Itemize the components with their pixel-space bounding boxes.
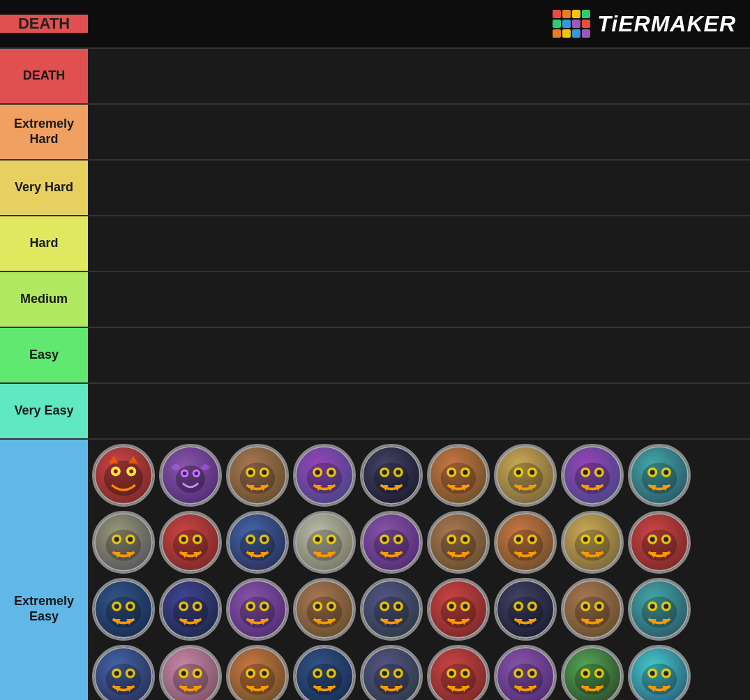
- monster-icon[interactable]: [92, 578, 155, 641]
- monster-icon[interactable]: [159, 645, 222, 700]
- svg-point-163: [449, 671, 454, 676]
- monster-icon[interactable]: [360, 511, 423, 574]
- header-logo: TiERMAKER: [88, 10, 750, 38]
- svg-point-150: [307, 664, 342, 695]
- monster-icon[interactable]: [494, 511, 557, 574]
- monster-icon[interactable]: [92, 444, 155, 507]
- svg-point-66: [380, 535, 389, 544]
- svg-point-118: [449, 604, 454, 609]
- svg-point-81: [580, 535, 590, 544]
- monster-icon[interactable]: [159, 444, 222, 507]
- svg-point-147: [260, 669, 269, 678]
- monster-icon[interactable]: [561, 444, 624, 507]
- svg-point-178: [650, 671, 655, 676]
- svg-point-54: [195, 537, 200, 542]
- monster-icon[interactable]: [226, 578, 289, 641]
- monster-icon[interactable]: [628, 578, 691, 641]
- svg-point-98: [181, 604, 186, 609]
- monster-icon[interactable]: [360, 645, 423, 700]
- tier-row-extremely-hard: Extremely Hard: [0, 105, 750, 161]
- monster-icon[interactable]: [561, 645, 624, 700]
- svg-point-2: [126, 466, 136, 476]
- monster-icon[interactable]: [293, 578, 356, 641]
- tier-label-very-easy: Very Easy: [0, 384, 88, 438]
- monster-icon[interactable]: [427, 578, 490, 641]
- tier-label-medium: Medium: [0, 272, 88, 327]
- monster-icon[interactable]: [360, 578, 423, 641]
- monster-icon[interactable]: [293, 645, 356, 700]
- svg-point-25: [441, 463, 476, 494]
- svg-point-126: [580, 602, 590, 611]
- svg-point-37: [594, 468, 604, 477]
- monster-icon[interactable]: [427, 645, 490, 700]
- monster-icon[interactable]: [628, 511, 691, 574]
- svg-point-64: [329, 537, 333, 542]
- tier-label-death: DEATH: [0, 49, 88, 103]
- svg-point-14: [262, 470, 267, 475]
- svg-point-3: [114, 470, 118, 474]
- tier-content-death: [88, 49, 750, 103]
- monster-icon[interactable]: [628, 444, 691, 507]
- svg-point-15: [307, 463, 342, 494]
- monster-icon[interactable]: [494, 645, 557, 700]
- svg-point-12: [260, 468, 269, 477]
- svg-point-154: [329, 671, 333, 676]
- svg-point-103: [248, 604, 253, 609]
- svg-point-26: [447, 468, 456, 477]
- svg-point-94: [128, 604, 133, 609]
- svg-point-148: [248, 671, 253, 676]
- monster-icon[interactable]: [494, 444, 557, 507]
- monster-icon[interactable]: [293, 444, 356, 507]
- svg-point-162: [460, 669, 470, 678]
- svg-point-52: [193, 535, 202, 544]
- svg-point-161: [447, 669, 456, 678]
- svg-point-135: [106, 664, 141, 695]
- svg-point-27: [460, 468, 470, 477]
- monster-icon[interactable]: [427, 444, 490, 507]
- monster-icon[interactable]: [561, 578, 624, 641]
- tier-label-extremely-hard: Extremely Hard: [0, 105, 88, 159]
- svg-point-87: [661, 535, 671, 544]
- monster-icon[interactable]: [226, 444, 289, 507]
- monster-icon[interactable]: [561, 511, 624, 574]
- svg-point-67: [393, 535, 403, 544]
- monster-icon[interactable]: [628, 645, 691, 700]
- svg-point-115: [441, 597, 476, 628]
- tier-content-hard: [88, 216, 750, 271]
- tier-row-hard: Hard: [0, 216, 750, 272]
- svg-point-31: [513, 468, 523, 477]
- svg-point-169: [530, 671, 534, 676]
- svg-point-146: [246, 669, 255, 678]
- svg-point-5: [176, 466, 205, 493]
- monster-icon[interactable]: [226, 645, 289, 700]
- svg-point-95: [173, 597, 208, 628]
- monster-icon[interactable]: [92, 511, 155, 574]
- monster-icon[interactable]: [360, 444, 423, 507]
- monster-icon[interactable]: [159, 511, 222, 574]
- svg-point-0: [104, 461, 143, 496]
- monster-icon[interactable]: [92, 645, 155, 700]
- svg-point-93: [114, 604, 119, 609]
- svg-point-19: [329, 470, 333, 475]
- svg-point-174: [597, 671, 601, 676]
- svg-point-120: [508, 597, 543, 628]
- svg-point-125: [575, 597, 610, 628]
- svg-point-80: [575, 530, 610, 561]
- svg-point-33: [516, 470, 521, 475]
- monster-icon[interactable]: [494, 578, 557, 641]
- svg-point-90: [106, 597, 141, 628]
- svg-point-79: [530, 537, 534, 542]
- monster-icon[interactable]: [226, 511, 289, 574]
- tier-label-hard: Hard: [0, 216, 88, 271]
- svg-point-32: [527, 468, 537, 477]
- svg-point-172: [594, 669, 604, 678]
- svg-point-136: [112, 669, 121, 678]
- svg-point-143: [181, 671, 186, 676]
- monster-icon[interactable]: [427, 511, 490, 574]
- svg-point-23: [382, 470, 387, 475]
- monster-icon[interactable]: [159, 578, 222, 641]
- svg-point-158: [382, 671, 387, 676]
- svg-point-78: [516, 537, 521, 542]
- logo-grid: [553, 10, 590, 38]
- monster-icon[interactable]: [293, 511, 356, 574]
